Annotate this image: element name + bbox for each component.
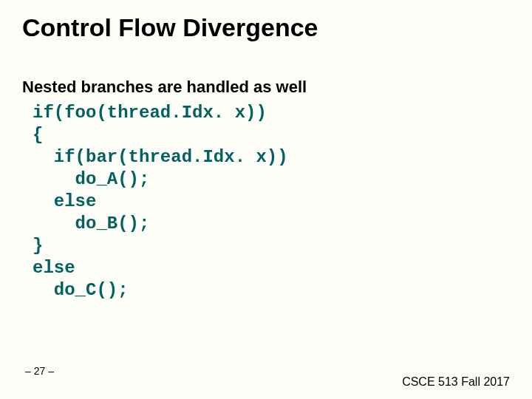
footer-course: CSCE 513 Fall 2017 bbox=[402, 375, 510, 389]
page-number: – 27 – bbox=[25, 365, 54, 377]
slide-title: Control Flow Divergence bbox=[22, 13, 318, 42]
slide-subtitle: Nested branches are handled as well bbox=[22, 78, 307, 97]
slide: Control Flow Divergence Nested branches … bbox=[0, 0, 532, 399]
code-block: if(foo(thread.Idx. x)) { if(bar(thread.I… bbox=[33, 102, 288, 301]
